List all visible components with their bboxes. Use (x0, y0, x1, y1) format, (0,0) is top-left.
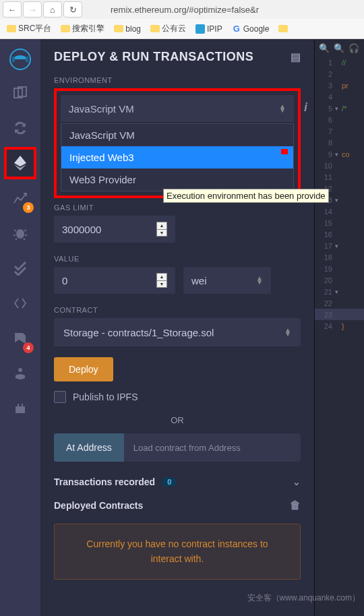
code-line[interactable]: 20 (315, 274, 364, 286)
support-icon[interactable]: 🎧 (348, 43, 359, 53)
bookmark-label: 搜索引擎 (72, 23, 104, 34)
bookmark-item[interactable]: 搜索引擎 (58, 22, 107, 36)
bookmark-item[interactable]: SRC平台 (4, 22, 54, 36)
contract-select[interactable]: Storage - contracts/1_Storage.sol ▲▼ (54, 318, 301, 346)
refresh-button[interactable]: ↻ (63, 1, 82, 18)
code-line[interactable]: 17▾ (315, 240, 364, 251)
svg-point-5 (16, 229, 24, 239)
at-address-button[interactable]: At Address (54, 433, 124, 462)
verify-icon[interactable]: 4 (4, 322, 36, 355)
code-line[interactable]: 24} (315, 320, 364, 332)
solidity-icon[interactable] (4, 287, 36, 319)
no-instances-warning: Currently you have no contract instances… (54, 524, 301, 580)
code-line[interactable]: 22 (315, 297, 364, 309)
code-line[interactable]: 10 (315, 160, 364, 171)
publish-checkbox[interactable] (54, 391, 66, 403)
debug-icon[interactable] (4, 217, 36, 249)
env-option-injected[interactable]: Injected Web3 (61, 146, 293, 168)
code-line[interactable]: 11 (315, 171, 364, 183)
bookmark-item[interactable] (276, 24, 291, 34)
code-line[interactable]: 23 (315, 309, 364, 320)
code-line[interactable]: 6 (315, 114, 364, 125)
contract-label: CONTRACT (54, 306, 301, 314)
spinner-icon[interactable]: ▲▼ (156, 273, 167, 288)
zoom-in-icon[interactable]: 🔍 (334, 43, 344, 53)
code-line[interactable]: 2 (315, 68, 364, 80)
bookmark-item[interactable]: 公有云 (148, 22, 189, 36)
or-divider: OR (54, 415, 301, 425)
panel-title: DEPLOY & RUN TRANSACTIONS ▤ (54, 50, 301, 64)
gas-limit-input[interactable]: 3000000 ▲▼ (54, 216, 175, 243)
gas-limit-label: GAS LIMIT (54, 204, 301, 212)
forward-button[interactable]: → (23, 1, 42, 18)
plugin-icon[interactable] (4, 392, 36, 425)
watermark: 安全客（www.anquanke.com） (247, 592, 360, 604)
trash-icon[interactable]: 🗑 (290, 499, 301, 512)
bookmark-label: IPIP (207, 24, 222, 34)
code-line[interactable]: 7 (315, 125, 364, 137)
code-line[interactable]: 4 (315, 91, 364, 102)
tx-count-badge: 0 (162, 477, 177, 487)
code-line[interactable]: 16 (315, 228, 364, 240)
bookmark-item[interactable]: IPIP (193, 23, 225, 35)
code-editor: 🔍 🔍 🎧 1//23pr45▾/*6789▾co10111213▾141516… (314, 39, 364, 616)
learn-icon[interactable] (4, 357, 36, 390)
env-option-web3provider[interactable]: Web3 Provider (61, 168, 293, 191)
home-button[interactable]: ⌂ (43, 1, 62, 18)
analytics-icon[interactable]: 3 (4, 182, 36, 214)
value-amount: 0 (62, 275, 67, 286)
back-button[interactable]: ← (3, 1, 22, 18)
code-line[interactable]: 15 (315, 217, 364, 228)
folder-icon (114, 25, 123, 32)
spinner-icon[interactable]: ▲▼ (156, 222, 167, 237)
checks-icon[interactable] (4, 252, 36, 284)
url-text: remix.ethereum.org/#optimize=false&r (111, 5, 361, 15)
code-line[interactable]: 8 (315, 137, 364, 148)
panel-title-text: DEPLOY & RUN TRANSACTIONS (54, 50, 253, 64)
code-line[interactable]: 3pr (315, 80, 364, 91)
env-option-jsvm[interactable]: JavaScript VM (61, 124, 293, 146)
environment-select[interactable]: JavaScript VM ▲▼ i (61, 95, 294, 122)
bookmark-label: SRC平台 (18, 23, 51, 34)
icon-sidebar: 3 4 (0, 39, 40, 616)
code-line[interactable]: 19 (315, 263, 364, 274)
remix-logo[interactable] (5, 44, 35, 74)
bookmark-item[interactable]: blog (111, 23, 144, 35)
code-line[interactable]: 1// (315, 57, 364, 68)
editor-toolbar: 🔍 🔍 🎧 (315, 39, 364, 57)
deploy-button[interactable]: Deploy (54, 357, 113, 381)
code-line[interactable]: 5▾/* (315, 102, 364, 114)
code-line[interactable]: 18 (315, 251, 364, 263)
indicator-icon (281, 149, 288, 154)
svg-rect-1 (12, 57, 15, 62)
info-icon[interactable]: i (304, 100, 307, 115)
env-option-label: Injected Web3 (69, 152, 134, 163)
zoom-out-icon[interactable]: 🔍 (319, 43, 330, 53)
value-unit-select[interactable]: wei ▲▼ (183, 267, 271, 294)
settings-icon[interactable]: ▤ (291, 51, 301, 63)
updown-icon: ▲▼ (256, 276, 263, 284)
environment-selected: JavaScript VM (69, 103, 134, 115)
at-address-input[interactable]: Load contract from Address (124, 433, 301, 462)
publish-row: Publish to IPFS (54, 391, 301, 403)
svg-point-6 (18, 368, 22, 372)
compile-icon[interactable] (4, 112, 36, 144)
svg-rect-2 (26, 57, 28, 62)
deployed-contracts: Deployed Contracts 🗑 (54, 499, 301, 512)
badge: 4 (23, 342, 34, 353)
code-line[interactable]: 21▾ (315, 286, 364, 297)
bookmarks-bar: SRC平台 搜索引擎 blog 公有云 IPIP GGoogle (0, 19, 364, 39)
environment-tooltip: Execution environment has been provide (163, 189, 329, 203)
transactions-recorded[interactable]: Transactions recorded 0 ⌄ (54, 476, 301, 487)
deployed-label: Deployed Contracts (54, 500, 143, 511)
code-line[interactable]: 9▾co (315, 148, 364, 160)
file-explorer-icon[interactable] (4, 77, 36, 109)
deploy-icon[interactable] (4, 147, 36, 179)
deploy-panel: DEPLOY & RUN TRANSACTIONS ▤ ENVIRONMENT … (40, 39, 314, 616)
publish-label: Publish to IPFS (73, 392, 138, 402)
environment-label: ENVIRONMENT (54, 76, 301, 84)
folder-icon (7, 25, 16, 32)
value-input[interactable]: 0 ▲▼ (54, 267, 175, 294)
code-line[interactable]: 14 (315, 206, 364, 217)
bookmark-item[interactable]: GGoogle (229, 23, 272, 35)
